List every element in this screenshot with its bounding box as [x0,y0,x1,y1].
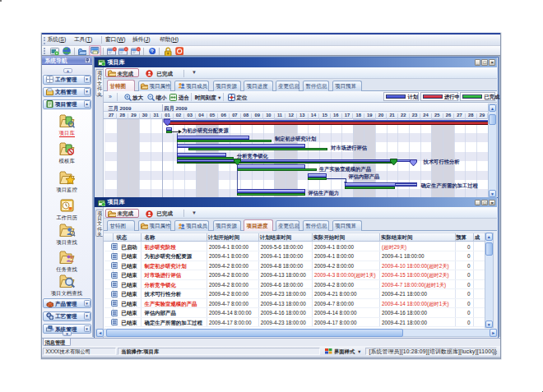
svg-text:?: ? [151,48,154,53]
